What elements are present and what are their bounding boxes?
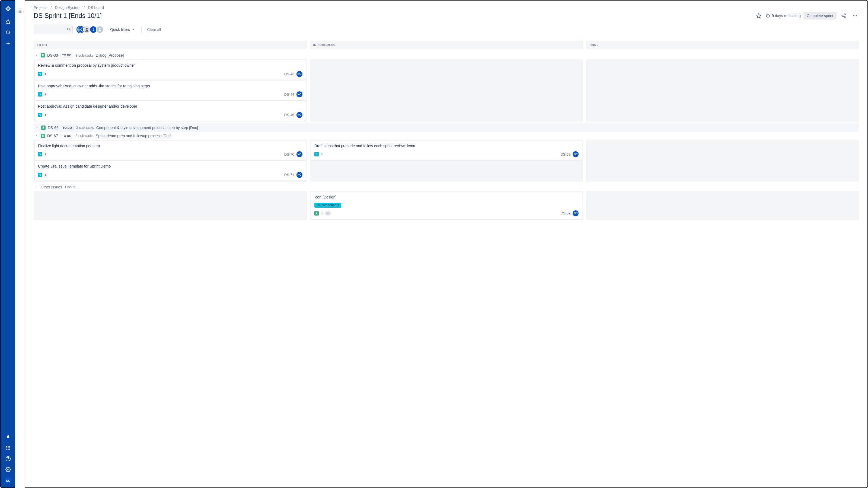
svg-rect-44 (316, 154, 316, 154)
svg-rect-7 (9, 446, 10, 447)
chevron-down-icon (35, 134, 38, 137)
priority-high-icon (44, 72, 47, 76)
status-badge: TO DO (60, 53, 73, 58)
star-icon[interactable] (3, 16, 13, 27)
swimlane-title: Sprint demo prep and followup process [D… (96, 134, 172, 138)
issue-card[interactable]: Review & comment on proposal by system p… (35, 60, 306, 80)
svg-point-15 (8, 460, 8, 460)
svg-point-33 (99, 28, 100, 30)
svg-rect-43 (40, 175, 41, 175)
svg-rect-11 (6, 449, 7, 450)
swimlane-title: Other Issues (41, 185, 62, 189)
svg-line-25 (843, 14, 844, 15)
swimlane-header-other[interactable]: Other Issues 1 issue (34, 183, 859, 191)
breadcrumb-projects[interactable]: Projects (34, 5, 48, 10)
card-title: Icon [Design] (314, 195, 579, 200)
svg-rect-38 (39, 114, 40, 115)
assignee-avatar[interactable]: NC (297, 71, 303, 77)
rocket-icon[interactable] (3, 432, 13, 443)
lane-inprogress[interactable] (310, 59, 583, 122)
swimlane-header-ds-33[interactable]: DS-33 TO DO 3 sub-tasks Dialog [Propose] (34, 52, 859, 59)
assignee-filter: NC J (76, 26, 104, 33)
priority-high-icon (44, 113, 47, 117)
svg-rect-34 (39, 73, 40, 74)
column-header-done: DONE (586, 41, 859, 50)
lane-todo[interactable]: Review & comment on proposal by system p… (34, 59, 307, 122)
priority-high-icon (44, 173, 47, 176)
subtask-icon (38, 152, 42, 156)
svg-rect-13 (9, 449, 10, 450)
share-icon[interactable] (839, 11, 848, 20)
issue-card[interactable]: Icon [Design] UI Components - DS-59 NC (311, 192, 582, 219)
help-icon[interactable] (3, 453, 13, 464)
lane-done[interactable] (586, 140, 859, 182)
subtask-icon (38, 92, 42, 97)
svg-point-29 (856, 15, 857, 16)
svg-rect-9 (8, 448, 9, 448)
svg-rect-8 (6, 448, 7, 448)
svg-point-30 (67, 28, 70, 30)
story-icon (314, 211, 319, 216)
story-icon (41, 134, 45, 138)
breadcrumb-project[interactable]: Design System (55, 5, 80, 10)
lane-done[interactable] (586, 59, 859, 122)
chevron-down-icon (35, 186, 38, 188)
avatar-unassigned[interactable] (96, 26, 104, 33)
star-button[interactable] (754, 11, 763, 20)
svg-line-31 (69, 30, 70, 31)
card-title: Post approval: Assign candidate designer… (38, 104, 303, 109)
search-icon[interactable] (3, 27, 13, 38)
quick-filters-dropdown[interactable]: Quick filters (110, 27, 135, 32)
assignee-avatar[interactable]: NC (297, 151, 303, 157)
card-key: DS-44 (284, 93, 294, 97)
issue-card[interactable]: Create Jira Issue Template for Sprint De… (35, 161, 306, 181)
breadcrumb-board[interactable]: DS board (88, 5, 104, 10)
card-title: Post approval: Product owner adds Jira s… (38, 84, 303, 89)
search-icon (67, 27, 71, 32)
settings-icon[interactable] (3, 464, 13, 475)
swimlane-key: DS-33 (47, 53, 58, 58)
lane-inprogress[interactable]: Icon [Design] UI Components - DS-59 NC (310, 191, 583, 220)
issue-card[interactable]: Finalize light documentation per step DS… (35, 141, 306, 160)
svg-rect-41 (40, 155, 41, 155)
column-header-todo: TO DO (34, 41, 307, 50)
assignee-avatar[interactable]: NC (297, 112, 303, 118)
svg-rect-36 (39, 94, 40, 94)
priority-high-icon (320, 153, 323, 156)
lane-done[interactable] (586, 191, 859, 220)
search-input[interactable] (34, 25, 73, 34)
breadcrumb: Projects / Design System / DS board (34, 5, 859, 10)
more-icon[interactable] (850, 11, 859, 20)
svg-point-22 (844, 14, 845, 15)
create-icon[interactable] (3, 38, 13, 49)
assignee-avatar[interactable]: NC (297, 172, 303, 178)
main-content: Projects / Design System / DS board DS S… (26, 1, 867, 487)
svg-point-1 (6, 31, 9, 34)
sidebar-toggle-icon[interactable] (17, 8, 24, 15)
issue-card[interactable]: Post approval: Product owner adds Jira s… (35, 81, 306, 100)
lane-todo[interactable]: Finalize light documentation per step DS… (34, 140, 307, 182)
assignee-avatar[interactable]: NC (297, 91, 303, 97)
svg-point-28 (855, 15, 856, 16)
issue-card[interactable]: Draft steps that precede and follow each… (311, 141, 582, 160)
lane-inprogress[interactable]: Draft steps that precede and follow each… (310, 140, 583, 182)
status-badge: TO DO (60, 134, 73, 138)
sidebar-collapse-rail (15, 0, 25, 488)
issue-card[interactable]: Post approval: Assign candidate designer… (35, 101, 306, 121)
swimlane-header-ds-67[interactable]: DS-67 TO DO 3 sub-tasks Sprint demo prep… (34, 132, 859, 140)
jira-logo-icon[interactable] (3, 3, 13, 14)
card-key: DS-43 (284, 72, 294, 76)
lane-todo[interactable] (34, 191, 307, 220)
app-switcher-icon[interactable] (3, 443, 13, 453)
clear-filters-button[interactable]: Clear all (147, 27, 161, 32)
user-avatar[interactable]: NC (5, 477, 12, 484)
swimlane-header-ds-66[interactable]: DS-66 TO DO 3 sub-tasks Component & styl… (34, 123, 859, 132)
chevron-right-icon (35, 126, 39, 129)
svg-rect-37 (40, 95, 41, 95)
svg-rect-45 (316, 155, 317, 155)
assignee-avatar[interactable]: NC (572, 151, 579, 157)
subtask-icon (314, 152, 319, 156)
card-key: DS-71 (284, 173, 294, 177)
complete-sprint-button[interactable]: Complete sprint (803, 12, 837, 20)
assignee-avatar[interactable]: NC (572, 210, 579, 216)
